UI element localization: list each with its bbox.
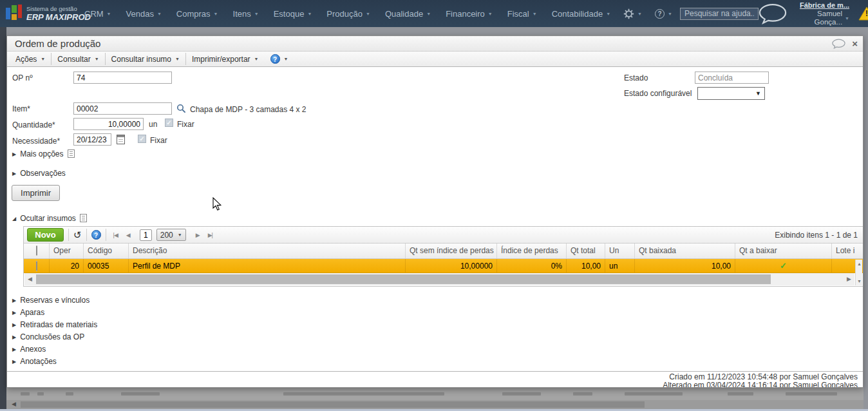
first-page-button[interactable]: |◀ [113, 232, 118, 238]
top-navigation-bar: Sistema de gestão ERP MAXIPROD CRM▼ Vend… [0, 0, 868, 27]
help-icon: ? [270, 54, 280, 64]
grid-vertical-scrollbar[interactable]: ▲ ▼ [855, 260, 862, 285]
grid-status-text: Exibindo itens 1 - 1 de 1 [775, 231, 858, 240]
scroll-down-icon[interactable]: ▼ [856, 279, 862, 283]
menu-contabilidade[interactable]: Contabilidade▼ [552, 9, 610, 19]
calendar-icon[interactable] [117, 135, 125, 144]
help-menu[interactable]: ? ▼ [655, 9, 672, 19]
menu-financeiro[interactable]: Financeiro▼ [446, 9, 493, 19]
estado-configuravel-select[interactable]: ▼ [697, 87, 765, 100]
toolbar-label: Consultar [57, 55, 90, 64]
page-size-select[interactable]: 200▼ [156, 229, 186, 241]
altered-text: Alterado em 03/04/2024 14:16:14 por Samu… [7, 381, 858, 387]
col-indice-perdas[interactable]: Índice de perdas [497, 244, 567, 258]
necessidade-label: Necessidade* [12, 137, 60, 146]
scrollbar-thumb[interactable] [36, 274, 771, 284]
toolbar-help[interactable]: ?▼ [265, 52, 294, 66]
chat-bubble-icon[interactable] [759, 3, 787, 24]
col-codigo[interactable]: Código [84, 244, 129, 258]
row-checkbox[interactable] [36, 261, 37, 271]
question-icon: ? [655, 9, 665, 19]
triangle-right-icon: ▶ [12, 151, 16, 157]
menu-fiscal[interactable]: Fiscal▼ [507, 9, 537, 19]
gear-icon [623, 8, 634, 19]
menu-compras[interactable]: Compras▼ [176, 9, 218, 19]
toolbar-acoes[interactable]: Ações▼ [10, 52, 51, 66]
close-icon[interactable]: × [852, 39, 858, 48]
select-all-checkbox[interactable] [36, 245, 37, 256]
grid-horizontal-scrollbar[interactable]: ◀ ▶ [24, 273, 854, 285]
mais-opcoes-label: Mais opções [20, 149, 63, 158]
necessidade-input[interactable] [73, 133, 111, 146]
op-input[interactable] [73, 72, 172, 84]
novo-button[interactable]: Novo [27, 228, 64, 242]
settings-menu[interactable]: ▼ [623, 8, 642, 19]
col-descricao[interactable]: Descrição [129, 244, 406, 258]
imprimir-button[interactable]: Imprimir [12, 185, 60, 201]
grid-help-icon[interactable]: ? [91, 230, 101, 240]
help-search-input[interactable] [680, 8, 759, 20]
window-chat-icon[interactable] [832, 39, 845, 49]
chevron-down-icon: ▼ [755, 90, 761, 97]
table-row[interactable]: 20 00035 Perfil de MDP 10,00000 0% 10,00… [24, 259, 863, 273]
mais-opcoes-toggle[interactable]: ▶Mais opções [12, 149, 75, 158]
toolbar-imprimir-exportar[interactable]: Imprimir/exportar▼ [186, 52, 265, 66]
company-link[interactable]: Fábrica de m... [800, 1, 849, 10]
menu-producao[interactable]: Produção▼ [326, 9, 370, 19]
col-un[interactable]: Un [605, 244, 635, 258]
col-qt-sem-indice[interactable]: Qt sem índice de perdas [406, 244, 497, 258]
section-anotacoes[interactable]: ▶Anotações [12, 357, 57, 366]
toolbar-consultar[interactable]: Consultar▼ [52, 52, 104, 66]
triangle-right-icon: ▶ [12, 322, 16, 328]
grid-toolbar: Novo ↻ ? |◀ ◀ 200▼ ▶ ▶| Exibindo itens 1… [24, 227, 863, 244]
brand-subtitle: Sistema de gestão [26, 5, 91, 12]
triangle-right-icon: ▶ [12, 310, 16, 316]
brand-title: ERP MAXIPROD [26, 12, 91, 22]
last-page-button[interactable]: ▶| [208, 232, 212, 238]
col-oper[interactable]: Oper [50, 244, 84, 258]
menu-itens[interactable]: Itens▼ [233, 9, 259, 19]
menu-qualidade[interactable]: Qualidade▼ [385, 9, 431, 19]
section-reservas-e-vinculos[interactable]: ▶Reservas e vínculos [12, 296, 90, 305]
section-anexos[interactable]: ▶Anexos [12, 345, 46, 354]
notes-icon [68, 149, 75, 158]
section-retiradas-de-materiais[interactable]: ▶Retiradas de materiais [12, 320, 97, 329]
search-icon[interactable] [176, 104, 186, 113]
triangle-expanded-icon: ◢ [12, 216, 16, 222]
col-qt-baixada[interactable]: Qt baixada [635, 244, 735, 258]
scroll-right-icon[interactable]: ▶ [847, 276, 851, 282]
cell-lote [832, 259, 856, 272]
cell-indice-perdas: 0% [497, 259, 567, 272]
chevron-down-icon: ▼ [178, 233, 182, 237]
exclamation-glyph: ! [858, 8, 868, 18]
toolbar-consultar-insumo[interactable]: Consultar insumo▼ [106, 52, 185, 66]
col-qt-total[interactable]: Qt total [567, 244, 605, 258]
app-logo[interactable]: Sistema de gestão ERP MAXIPROD [6, 5, 75, 23]
check-icon: ✓ [780, 261, 787, 271]
chevron-down-icon: ▼ [157, 12, 162, 16]
audit-footer: Criado em 11/12/2023 10:54:48 por Samuel… [7, 371, 863, 387]
scroll-left-icon[interactable]: ◀ [28, 276, 32, 282]
observacoes-toggle[interactable]: ▶Observações [12, 169, 66, 178]
quantidade-input[interactable] [73, 118, 144, 130]
page-number-input[interactable] [140, 229, 152, 241]
col-lote[interactable]: Lote i [832, 244, 856, 258]
scroll-up-icon[interactable]: ▲ [856, 262, 862, 266]
estado-configuravel-label: Estado configurável [624, 89, 692, 98]
col-qt-a-baixar[interactable]: Qt a baixar [735, 244, 832, 258]
item-input[interactable] [73, 102, 172, 115]
ocultar-insumos-toggle[interactable]: ◢Ocultar insumos [12, 214, 87, 223]
scroll-left-icon: ◀ [12, 401, 16, 407]
section-label: Conclusões da OP [20, 332, 84, 341]
refresh-icon[interactable]: ↻ [73, 229, 82, 241]
prev-page-button[interactable]: ◀ [126, 232, 130, 238]
dimmed-background-scrollbar: ◀ [6, 400, 863, 409]
next-page-button[interactable]: ▶ [196, 232, 200, 238]
menu-crm[interactable]: CRM▼ [84, 9, 111, 19]
menu-vendas[interactable]: Vendas▼ [126, 9, 162, 19]
section-aparas[interactable]: ▶Aparas [12, 308, 44, 317]
user-menu[interactable]: Samuel Gonça...▼ [800, 10, 849, 26]
menu-estoque[interactable]: Estoque▼ [274, 9, 312, 19]
warning-icon[interactable]: ! [858, 6, 868, 21]
section-conclusoes-da-op[interactable]: ▶Conclusões da OP [12, 332, 84, 341]
